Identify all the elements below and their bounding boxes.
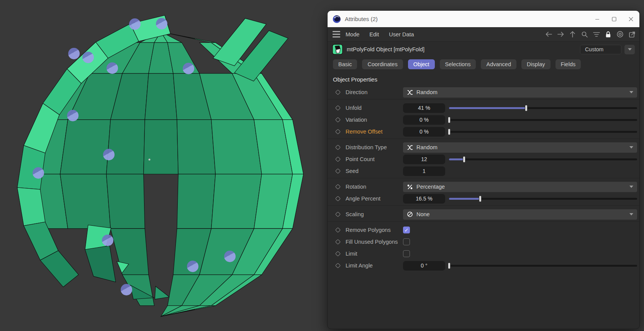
filter-icon[interactable] [593,31,600,38]
preset-dropdown-button[interactable] [624,45,635,54]
property-label: Unfold [346,105,403,111]
property-label: Limit [346,251,403,257]
tab-display[interactable]: Display [521,59,551,69]
remove-polygons-checkbox[interactable]: ✓ [403,227,410,233]
property-row-remove-offset: Remove Offset0 % [328,127,639,137]
shuffle-icon [406,89,413,96]
tab-object[interactable]: Object [408,59,435,69]
tab-fields[interactable]: Fields [556,59,581,69]
slider-handle[interactable] [448,117,451,123]
slider-handle[interactable] [463,156,465,163]
slider-handle[interactable] [448,129,451,135]
remove-offset-value-field[interactable]: 0 % [403,127,445,137]
search-icon[interactable] [581,31,588,38]
slider-handle[interactable] [479,196,482,202]
limit-checkbox[interactable] [403,250,410,257]
back-icon[interactable] [545,31,552,38]
limit-angle-value-field[interactable]: 0 ° [403,261,445,271]
cinema4d-logo-icon [333,15,341,23]
forward-icon[interactable] [557,31,564,38]
target-icon[interactable] [616,31,624,38]
property-label: Scaling [346,211,403,217]
diamond-icon [335,168,341,174]
chevron-down-icon [629,213,633,215]
remove-offset-slider[interactable] [449,127,637,137]
property-row-point-count: Point Count12 [328,154,639,164]
slider-track[interactable] [449,198,637,200]
point-count-slider[interactable] [449,155,637,164]
tab-coordinates[interactable]: Coordinates [362,59,403,69]
diamond-icon [335,117,341,122]
group-separator [328,221,639,222]
chevron-down-icon [629,91,633,93]
chevron-down-icon [629,146,633,148]
preset-select[interactable]: Custom [580,45,621,54]
variation-slider[interactable] [449,115,637,125]
slider-handle[interactable] [448,263,451,269]
minimize-button[interactable] [589,11,606,27]
maximize-button[interactable] [606,11,623,27]
property-label: Remove Polygons [346,227,403,233]
property-row-scaling: ScalingNone [328,209,639,219]
tab-basic[interactable]: Basic [333,59,357,69]
property-label: Variation [346,117,403,123]
property-row-seed: Seed1 [328,166,639,176]
tab-advanced[interactable]: Advanced [481,59,516,69]
property-label: Seed [346,168,403,174]
window-title: Attributes (2) [345,16,378,22]
angle-percent-slider[interactable] [449,194,637,204]
limit-angle-slider[interactable] [449,261,637,271]
scaling-dropdown[interactable]: None [403,209,637,220]
slider-track[interactable] [449,131,637,133]
slider-handle[interactable] [525,105,528,111]
slider-track[interactable] [449,265,637,267]
menu-item-user-data[interactable]: User Data [389,31,414,38]
menu-item-mode[interactable]: Mode [346,31,359,38]
point-count-value-field[interactable]: 12 [403,155,445,164]
hamburger-menu-icon[interactable] [333,31,340,38]
property-label: Rotation [346,184,403,190]
fill-unused-polygons-checkbox[interactable] [403,238,410,245]
up-icon[interactable] [569,31,576,38]
close-icon [629,17,633,21]
angle-percent-value-field[interactable]: 16.5 % [403,194,445,204]
diamond-icon [335,239,341,245]
property-row-rotation: RotationPercentage [328,182,639,192]
title-bar[interactable]: Attributes (2) [328,11,639,27]
close-button[interactable] [623,11,639,27]
slider-track[interactable] [449,119,637,121]
group-separator [328,205,639,206]
diamond-icon [335,105,341,111]
direction-dropdown[interactable]: Random [403,87,637,98]
unfold-value-field[interactable]: 41 % [403,103,445,113]
dropdown-value: Random [416,89,629,95]
property-label: Remove Offset [346,129,403,135]
property-label: Fill Unused Polygons [346,239,403,245]
properties-panel: Object Properties DirectionRandomUnfold4… [328,72,639,329]
distribution-type-dropdown[interactable]: Random [403,142,637,153]
seed-value-field[interactable]: 1 [403,166,445,176]
diamond-icon [335,129,341,134]
property-row-limit: Limit [328,249,639,259]
tab-selections[interactable]: Selections [440,59,476,69]
property-label: Limit Angle [346,263,403,269]
menu-item-edit[interactable]: Edit [369,31,379,38]
slider-track[interactable] [449,158,637,160]
section-title: Object Properties [328,75,639,87]
property-label: Angle Percent [346,196,403,202]
dropdown-value: Percentage [416,184,629,190]
slider-track[interactable] [449,107,637,109]
minimize-icon [595,17,600,21]
variation-value-field[interactable]: 0 % [403,115,445,125]
diamond-icon [335,212,341,217]
group-separator [328,99,639,99]
property-label: Direction [346,89,403,95]
property-label: Point Count [346,156,403,162]
rotation-dropdown[interactable]: Percentage [403,182,637,192]
none-icon [406,211,413,218]
popout-icon[interactable] [628,31,636,38]
shuffle-icon [406,144,413,151]
lock-icon[interactable] [605,31,612,38]
unfold-slider[interactable] [449,103,637,113]
diamond-icon [335,227,341,233]
